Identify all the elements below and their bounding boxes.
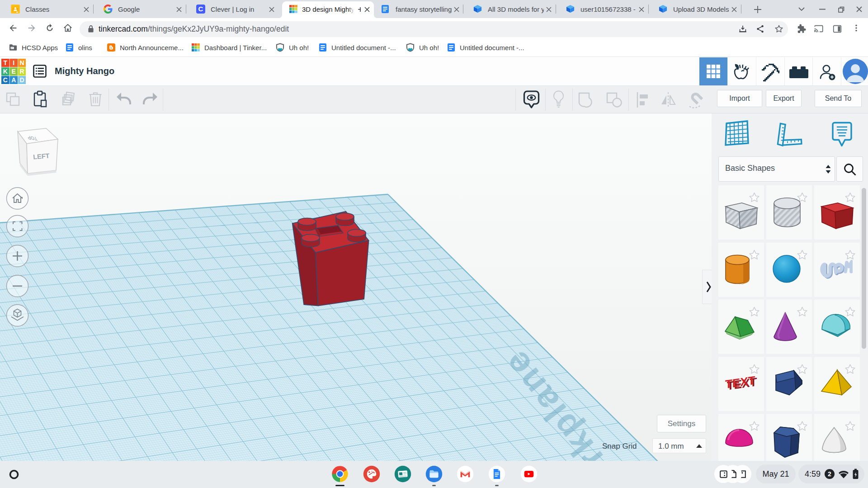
svg-text:E: E	[12, 68, 16, 75]
svg-text:C: C	[3, 76, 8, 84]
svg-text:N: N	[20, 59, 24, 66]
svg-text:K: K	[3, 68, 8, 75]
svg-text:T: T	[4, 59, 8, 66]
svg-text:A: A	[11, 76, 16, 84]
svg-text:LEFT: LEFT	[33, 152, 50, 160]
svg-text:D: D	[20, 76, 24, 84]
svg-text:R: R	[20, 68, 24, 75]
svg-text:I: I	[13, 59, 14, 66]
